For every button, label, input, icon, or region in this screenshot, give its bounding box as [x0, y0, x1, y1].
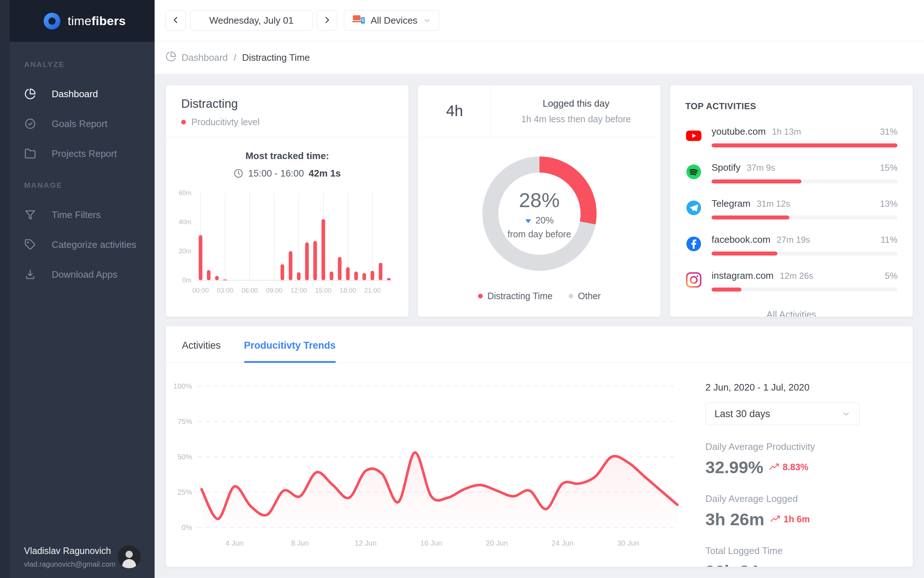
legend-dot-red: [181, 120, 186, 125]
logged-line2: 1h 4m less then day before: [521, 114, 631, 125]
trend-summary-panel: 2 Jun, 2020 - 1 Jul, 2020 Last 30 days D…: [694, 369, 898, 567]
breadcrumb-current: Distracting Time: [242, 52, 309, 63]
main-area: Wednesday, July 01 All Devices Dashboard…: [155, 0, 924, 578]
activity-progress-fill: [712, 143, 897, 148]
top-activities-card: TOP ACTIVITIES youtube.com 1h 13m 31%: [670, 85, 913, 317]
svg-text:25%: 25%: [178, 488, 192, 496]
top-cards-row: Distracting Producitivty level Most trac…: [165, 85, 913, 317]
activity-name: instagram.com: [712, 270, 774, 281]
content: Distracting Producitivty level Most trac…: [155, 74, 924, 578]
stat-daily-average-productivity: Daily Average Productivity 32.99% 8.83%: [706, 441, 898, 477]
breadcrumb-dashboard-link[interactable]: Dashboard: [165, 51, 228, 65]
sidebar-item-label: Dashboard: [52, 88, 98, 100]
activity-duration: 31m 12s: [757, 199, 790, 209]
logo-ring-icon: [44, 13, 60, 29]
activity-percent: 31%: [880, 127, 897, 137]
trending-up-icon: [769, 462, 779, 472]
avatar[interactable]: [118, 545, 141, 568]
stat-total-logged-time: Total Logged Time 96h 34m: [706, 545, 898, 567]
sidebar-item-label: Categorize activities: [52, 239, 136, 250]
devices-dropdown[interactable]: All Devices: [344, 10, 439, 31]
svg-text:15:00: 15:00: [315, 287, 332, 294]
sidebar: timefibers ANALYZE Dashboard: [0, 0, 155, 578]
svg-text:03:00: 03:00: [217, 287, 233, 294]
user-name: Vladislav Ragunovich: [24, 546, 118, 556]
activity-progress-fill: [712, 179, 801, 183]
chevron-down-icon: [842, 409, 851, 418]
spotify-icon: [685, 164, 702, 180]
period-select[interactable]: Last 30 days: [706, 403, 859, 425]
nav-section-label: MANAGE: [10, 181, 155, 192]
breadcrumb-parent: Dashboard: [181, 52, 228, 63]
telegram-icon: [685, 200, 702, 216]
sidebar-item-projects-report[interactable]: Projects Report: [10, 139, 155, 169]
stat-change-badge: 1h 6m: [770, 514, 810, 524]
activity-row-spotify[interactable]: Spotify 37m 9s 15%: [685, 162, 897, 183]
svg-text:60m: 60m: [178, 189, 191, 196]
period-select-value: Last 30 days: [714, 408, 770, 420]
sidebar-item-dashboard[interactable]: Dashboard: [10, 79, 155, 109]
all-activities-link[interactable]: All Activities: [685, 309, 897, 317]
activity-name: youtube.com: [712, 126, 766, 137]
sidebar-item-label: Time Filters: [52, 209, 101, 221]
instagram-icon: [685, 271, 702, 288]
folder-icon: [24, 148, 36, 160]
pie-chart-icon: [24, 88, 36, 100]
sidebar-item-label: Projects Report: [52, 148, 117, 159]
activity-percent: 13%: [880, 199, 897, 209]
activity-progress-track: [712, 216, 897, 219]
activity-duration: 27m 19s: [777, 235, 810, 245]
svg-text:21:00: 21:00: [364, 287, 380, 294]
activity-percent: 15%: [880, 163, 897, 173]
svg-text:8 Jun: 8 Jun: [291, 539, 309, 547]
activity-name: facebook.com: [712, 234, 770, 245]
facebook-icon: [685, 235, 702, 252]
svg-text:12:00: 12:00: [290, 287, 307, 294]
next-day-button[interactable]: [317, 10, 337, 31]
svg-text:24 Jun: 24 Jun: [552, 539, 573, 547]
logo-text-bold: fibers: [91, 14, 126, 28]
trends-card: Activities Producitivty Trends 100: [165, 326, 913, 567]
svg-text:0m: 0m: [182, 277, 191, 284]
youtube-icon: [685, 127, 702, 144]
prev-day-button[interactable]: [165, 10, 186, 31]
user-profile[interactable]: Vladislav Ragunovich vlad.ragunovich@gma…: [10, 545, 155, 578]
date-picker-button[interactable]: Wednesday, July 01: [190, 10, 312, 31]
date-range-label: 2 Jun, 2020 - 1 Jul, 2020: [706, 382, 898, 393]
chevron-left-icon: [171, 15, 181, 26]
tab-activities[interactable]: Activities: [182, 326, 221, 362]
stat-daily-average-logged: Daily Average Logged 3h 26m 1h 6m: [706, 493, 898, 529]
triangle-down-icon: [525, 215, 531, 226]
stat-value: 32.99%: [706, 457, 763, 477]
svg-text:75%: 75%: [178, 417, 192, 425]
activity-row-facebook[interactable]: facebook.com 27m 19s 11%: [685, 234, 897, 255]
card-title: Distracting: [181, 97, 393, 110]
activity-progress-track: [712, 179, 897, 183]
stat-change-badge: 8.83%: [769, 462, 808, 472]
tabs: Activities Producitivty Trends: [166, 326, 913, 363]
sidebar-item-goals-report[interactable]: Goals Report: [10, 109, 155, 139]
user-email: vlad.ragunovich@gmail.com: [24, 560, 118, 568]
svg-text:100%: 100%: [173, 382, 192, 390]
topbar: Wednesday, July 01 All Devices: [155, 0, 924, 41]
sidebar-item-label: Download Apps: [52, 269, 118, 280]
sidebar-item-categorize-activities[interactable]: Categorize activities: [10, 230, 155, 260]
activity-progress-fill: [712, 252, 777, 255]
activity-row-youtube[interactable]: youtube.com 1h 13m 31%: [685, 126, 897, 148]
donut-change-value: 20%: [536, 215, 553, 226]
activity-duration: 37m 9s: [747, 163, 775, 173]
activity-progress-track: [712, 252, 897, 255]
card-subtitle: Producitivty level: [191, 117, 260, 127]
svg-text:20 Jun: 20 Jun: [486, 539, 508, 547]
sidebar-item-time-filters[interactable]: Time Filters: [10, 200, 155, 230]
activity-duration: 12m 26s: [780, 271, 813, 281]
download-icon: [24, 268, 36, 281]
tab-productivity-trends[interactable]: Producitivty Trends: [244, 326, 336, 362]
activity-row-telegram[interactable]: Telegram 31m 12s 13%: [685, 198, 897, 219]
activity-row-instagram[interactable]: instagram.com 12m 26s 5%: [685, 270, 897, 292]
sidebar-item-download-apps[interactable]: Download Apps: [10, 260, 155, 289]
donut-chart: 28% 20% from day before: [481, 156, 598, 272]
svg-text:4 Jun: 4 Jun: [225, 539, 243, 547]
app-logo: timefibers: [10, 0, 155, 42]
sidebar-rail: [0, 0, 10, 578]
